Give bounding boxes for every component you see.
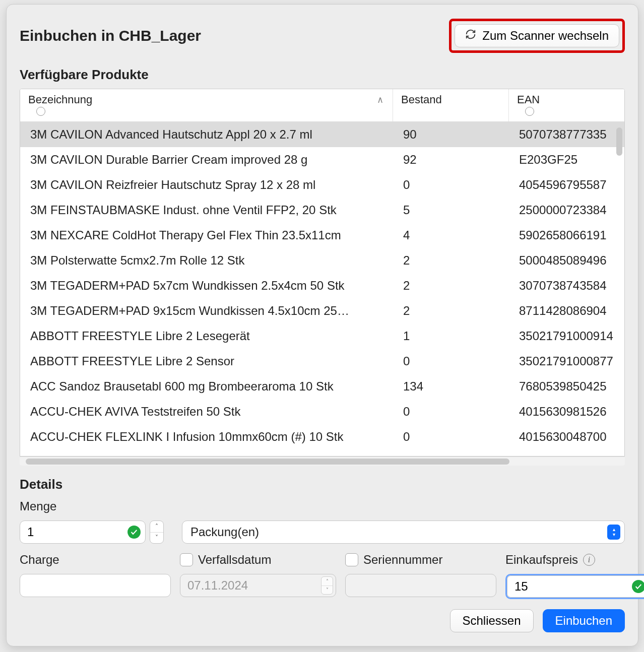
dialog-header: Einbuchen in CHB_Lager Zum Scanner wechs…: [20, 19, 625, 53]
cell-ean: 4054596795587: [509, 177, 624, 192]
cell-name: ACCU-CHEK AVIVA Teststreifen 50 Stk: [20, 404, 393, 419]
quantity-input[interactable]: [20, 520, 146, 544]
table-row[interactable]: 3M NEXCARE ColdHot Therapy Gel Flex Thin…: [20, 223, 624, 248]
quantity-group: ˄ ˅: [20, 520, 164, 544]
table-row[interactable]: 3M TEGADERM+PAD 9x15cm Wundkissen 4.5x10…: [20, 298, 624, 323]
valid-check-icon: [127, 526, 141, 539]
table-row[interactable]: ACCU-CHEK GUIDE Set mmol/l inkl 1x10 Tes…: [20, 449, 624, 450]
column-header-name-label: Bezeichnung: [28, 93, 92, 106]
serial-input: [345, 574, 496, 597]
table-row[interactable]: ACCU-CHEK FLEXLINK I Infusion 10mmx60cm …: [20, 424, 624, 449]
purchase-price-input[interactable]: [507, 575, 644, 598]
scanner-highlight: Zum Scanner wechseln: [449, 19, 625, 53]
switch-to-scanner-button[interactable]: Zum Scanner wechseln: [455, 24, 619, 47]
expiry-checkbox[interactable]: [180, 553, 193, 566]
cell-stock: 0: [393, 354, 509, 369]
table-body[interactable]: 3M CAVILON Advanced Hautschutz Appl 20 x…: [20, 122, 624, 450]
info-icon[interactable]: i: [583, 554, 595, 566]
unit-select-value: Packung(en): [190, 525, 259, 539]
unit-select[interactable]: Packung(en) ▴▾: [182, 520, 625, 544]
cell-stock: 0: [393, 404, 509, 419]
table-row[interactable]: 3M FEINSTAUBMASKE Indust. ohne Ventil FF…: [20, 198, 624, 223]
booking-dialog: Einbuchen in CHB_Lager Zum Scanner wechs…: [6, 4, 638, 646]
expiry-label: Verfallsdatum: [198, 553, 271, 567]
cell-stock: 1: [393, 329, 509, 344]
cell-ean: 3070738743584: [509, 278, 624, 293]
cell-ean: E203GF25: [509, 152, 624, 167]
cell-ean: 4015630048700: [509, 429, 624, 444]
cell-stock: 0: [393, 429, 509, 444]
cell-stock: 92: [393, 152, 509, 167]
products-section-title: Verfügbare Produkte: [20, 67, 625, 83]
quantity-stepper[interactable]: ˄ ˅: [150, 520, 164, 544]
dialog-footer: Schliessen Einbuchen: [20, 609, 625, 632]
table-row[interactable]: ACCU-CHEK AVIVA Teststreifen 50 Stk04015…: [20, 399, 624, 424]
valid-check-icon: [632, 580, 644, 593]
cell-ean: 5000485089496: [509, 253, 624, 268]
details-section: Details Menge ˄ ˅ Packung(en) ▴▾: [20, 477, 625, 632]
column-header-ean[interactable]: EAN: [509, 89, 624, 121]
table-row[interactable]: 3M CAVILON Reizfreier Hautschutz Spray 1…: [20, 172, 624, 198]
chevron-up-icon: ˄: [321, 577, 333, 586]
expiry-stepper: ˄ ˅: [321, 576, 333, 595]
cell-name: 3M NEXCARE ColdHot Therapy Gel Flex Thin…: [20, 228, 393, 243]
serial-label: Seriennummer: [363, 553, 442, 567]
select-arrows-icon: ▴▾: [607, 525, 620, 540]
cell-stock: 2: [393, 253, 509, 268]
cell-stock: 2: [393, 278, 509, 293]
cell-name: 3M CAVILON Durable Barrier Cream improve…: [20, 152, 393, 167]
cell-stock: 2: [393, 303, 509, 318]
horizontal-scrollbar-thumb[interactable]: [26, 459, 509, 465]
cell-name: ABBOTT FREESTYLE Libre 2 Sensor: [20, 354, 393, 369]
close-button[interactable]: Schliessen: [450, 609, 534, 632]
cell-stock: 5: [393, 203, 509, 218]
table-row[interactable]: 3M CAVILON Durable Barrier Cream improve…: [20, 147, 624, 172]
table-row[interactable]: 3M CAVILON Advanced Hautschutz Appl 20 x…: [20, 122, 624, 147]
cell-name: 3M TEGADERM+PAD 5x7cm Wundkissen 2.5x4cm…: [20, 278, 393, 293]
serial-field: Seriennummer: [345, 553, 496, 597]
dialog-title: Einbuchen in CHB_Lager: [20, 27, 201, 44]
expiry-field: Verfallsdatum ˄ ˅: [180, 553, 336, 597]
cell-ean: 35021791000914: [509, 329, 624, 344]
vertical-scrollbar-thumb[interactable]: [616, 127, 622, 156]
cell-ean: 2500000723384: [509, 203, 624, 218]
cell-ean: 35021791000877: [509, 354, 624, 369]
charge-input[interactable]: [20, 574, 171, 597]
horizontal-scrollbar[interactable]: [20, 457, 625, 466]
chevron-down-icon[interactable]: ˅: [150, 533, 163, 544]
cell-ean: 4015630981526: [509, 404, 624, 419]
column-filter-radio-name[interactable]: [36, 107, 45, 116]
table-row[interactable]: ACC Sandoz Brausetabl 600 mg Brombeeraro…: [20, 374, 624, 399]
cell-stock: 90: [393, 127, 509, 142]
table-row[interactable]: 3M TEGADERM+PAD 5x7cm Wundkissen 2.5x4cm…: [20, 273, 624, 298]
column-header-name[interactable]: Bezeichnung ∧: [20, 89, 393, 121]
purchase-price-label: Einkaufspreis: [505, 553, 578, 567]
table-row[interactable]: 3M Polsterwatte 5cmx2.7m Rolle 12 Stk250…: [20, 248, 624, 273]
cell-name: ACC Sandoz Brausetabl 600 mg Brombeeraro…: [20, 379, 393, 394]
cell-ean: 8711428086904: [509, 303, 624, 318]
cell-name: 3M CAVILON Advanced Hautschutz Appl 20 x…: [20, 127, 393, 142]
serial-checkbox[interactable]: [345, 553, 358, 566]
scanner-button-label: Zum Scanner wechseln: [482, 29, 609, 43]
chevron-up-icon[interactable]: ˄: [150, 521, 163, 533]
cell-ean: 5902658066191: [509, 228, 624, 243]
cell-stock: 0: [393, 177, 509, 192]
refresh-icon: [465, 29, 476, 43]
cell-stock: 4: [393, 228, 509, 243]
expiry-input: [180, 574, 336, 597]
cell-name: 3M CAVILON Reizfreier Hautschutz Spray 1…: [20, 177, 393, 192]
cell-ean: 5070738777335: [509, 127, 624, 142]
menge-label: Menge: [20, 499, 625, 513]
purchase-price-field: Einkaufspreis i: [505, 553, 644, 599]
book-button[interactable]: Einbuchen: [543, 609, 625, 632]
charge-label: Charge: [20, 553, 171, 567]
column-header-stock[interactable]: Bestand: [393, 89, 509, 121]
details-section-title: Details: [20, 477, 625, 492]
cell-name: 3M Polsterwatte 5cmx2.7m Rolle 12 Stk: [20, 253, 393, 268]
cell-name: ABBOTT FREESTYLE Libre 2 Lesegerät: [20, 329, 393, 344]
cell-name: 3M TEGADERM+PAD 9x15cm Wundkissen 4.5x10…: [20, 303, 393, 318]
table-row[interactable]: ABBOTT FREESTYLE Libre 2 Sensor035021791…: [20, 349, 624, 374]
column-filter-radio-ean[interactable]: [525, 107, 534, 116]
products-table: Bezeichnung ∧ Bestand EAN 3M CAVILON Adv…: [20, 89, 625, 457]
table-row[interactable]: ABBOTT FREESTYLE Libre 2 Lesegerät135021…: [20, 323, 624, 349]
